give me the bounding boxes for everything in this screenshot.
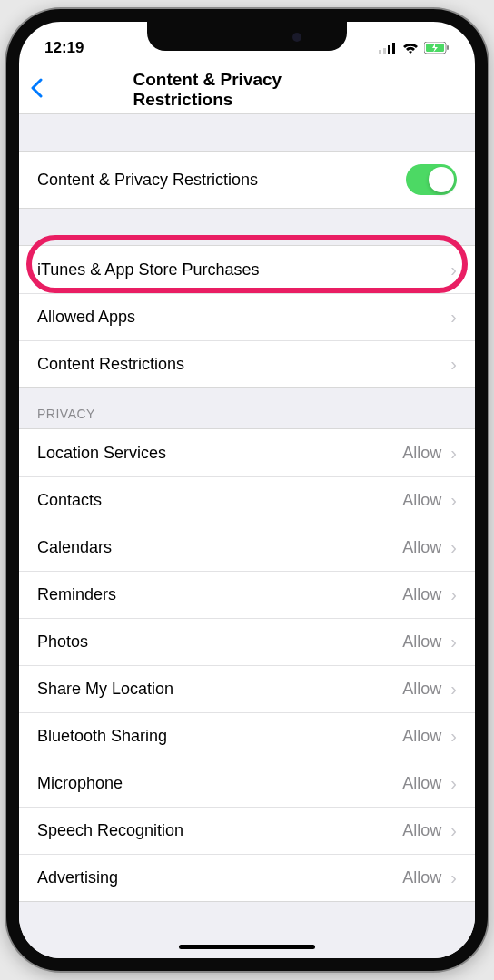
cell-value: Allow xyxy=(402,727,441,746)
cell-value: Allow xyxy=(402,444,441,463)
cell-accessory: › xyxy=(450,354,457,375)
cell-accessory: Allow › xyxy=(402,584,457,605)
svg-rect-0 xyxy=(379,50,381,54)
cell-label: Share My Location xyxy=(37,680,173,699)
advertising-row[interactable]: Advertising Allow › xyxy=(19,854,475,901)
nav-bar: Content & Privacy Restrictions xyxy=(19,65,475,114)
microphone-row[interactable]: Microphone Allow › xyxy=(19,760,475,807)
cell-accessory: Allow › xyxy=(402,443,457,464)
content-area[interactable]: Content & Privacy Restrictions iTunes & … xyxy=(19,114,475,958)
cell-accessory: Allow › xyxy=(402,867,457,888)
location-services-row[interactable]: Location Services Allow › xyxy=(19,429,475,476)
cell-label: Reminders xyxy=(37,585,116,604)
cell-label: Contacts xyxy=(37,491,102,510)
cell-accessory: Allow › xyxy=(402,490,457,511)
chevron-right-icon: › xyxy=(450,537,457,558)
calendars-row[interactable]: Calendars Allow › xyxy=(19,524,475,571)
cell-value: Allow xyxy=(402,821,441,840)
chevron-right-icon: › xyxy=(450,679,457,700)
notch xyxy=(147,22,347,51)
toggle-label: Content & Privacy Restrictions xyxy=(37,171,258,190)
content-restrictions-row[interactable]: Content Restrictions › xyxy=(19,340,475,387)
cell-accessory: Allow › xyxy=(402,820,457,841)
wifi-icon xyxy=(402,43,419,54)
status-icons xyxy=(379,42,450,54)
spacer xyxy=(19,209,475,245)
cell-value: Allow xyxy=(402,774,441,793)
cell-value: Allow xyxy=(402,680,441,699)
reminders-row[interactable]: Reminders Allow › xyxy=(19,571,475,618)
phone-frame: 12:19 Content & Privacy Restrictions Con… xyxy=(6,9,488,971)
svg-rect-2 xyxy=(388,45,390,54)
cell-accessory: › xyxy=(450,307,457,328)
chevron-right-icon: › xyxy=(450,354,457,375)
chevron-right-icon: › xyxy=(450,867,457,888)
chevron-right-icon: › xyxy=(450,773,457,794)
home-indicator[interactable] xyxy=(179,945,315,949)
battery-icon xyxy=(424,42,450,54)
chevron-right-icon: › xyxy=(450,584,457,605)
speech-recognition-row[interactable]: Speech Recognition Allow › xyxy=(19,807,475,854)
cell-label: Advertising xyxy=(37,868,118,887)
cell-accessory: Allow › xyxy=(402,679,457,700)
page-title: Content & Privacy Restrictions xyxy=(133,70,361,110)
cell-value: Allow xyxy=(402,538,441,557)
signal-icon xyxy=(379,43,397,54)
cell-label: Photos xyxy=(37,632,88,652)
cell-value: Allow xyxy=(402,868,441,887)
content-privacy-toggle[interactable] xyxy=(406,164,457,195)
cell-label: Calendars xyxy=(37,538,112,557)
section-toggle-group: Content & Privacy Restrictions xyxy=(19,151,475,209)
chevron-right-icon: › xyxy=(450,726,457,747)
cell-value: Allow xyxy=(402,585,441,604)
cell-label: iTunes & App Store Purchases xyxy=(37,260,259,279)
allowed-apps-row[interactable]: Allowed Apps › xyxy=(19,293,475,340)
section-restrictions-group: iTunes & App Store Purchases › Allowed A… xyxy=(19,245,475,388)
cell-value: Allow xyxy=(402,491,441,510)
content-privacy-toggle-row: Content & Privacy Restrictions xyxy=(19,152,475,208)
chevron-right-icon: › xyxy=(450,490,457,511)
svg-rect-3 xyxy=(392,43,395,54)
chevron-right-icon: › xyxy=(450,443,457,464)
cell-label: Microphone xyxy=(37,774,123,793)
cell-label: Bluetooth Sharing xyxy=(37,727,167,746)
svg-rect-1 xyxy=(383,48,386,54)
spacer xyxy=(19,114,475,151)
section-privacy-group: Location Services Allow › Contacts Allow… xyxy=(19,428,475,902)
cell-label: Allowed Apps xyxy=(37,308,135,327)
itunes-app-store-purchases-row[interactable]: iTunes & App Store Purchases › xyxy=(19,246,475,293)
bluetooth-sharing-row[interactable]: Bluetooth Sharing Allow › xyxy=(19,712,475,760)
cell-label: Speech Recognition xyxy=(37,821,183,840)
cell-accessory: Allow › xyxy=(402,632,457,652)
cell-accessory: › xyxy=(450,260,457,280)
cell-label: Location Services xyxy=(37,444,166,463)
chevron-right-icon: › xyxy=(450,307,457,328)
cell-accessory: Allow › xyxy=(402,773,457,794)
cell-label: Content Restrictions xyxy=(37,355,184,374)
back-button[interactable] xyxy=(30,75,57,104)
photos-row[interactable]: Photos Allow › xyxy=(19,618,475,665)
svg-rect-6 xyxy=(447,45,449,50)
cell-value: Allow xyxy=(402,632,441,652)
cell-accessory: Allow › xyxy=(402,537,457,558)
contacts-row[interactable]: Contacts Allow › xyxy=(19,476,475,524)
chevron-right-icon: › xyxy=(450,260,457,280)
share-my-location-row[interactable]: Share My Location Allow › xyxy=(19,665,475,712)
privacy-section-header: PRIVACY xyxy=(19,388,475,428)
chevron-right-icon: › xyxy=(450,820,457,841)
cell-accessory: Allow › xyxy=(402,726,457,747)
chevron-right-icon: › xyxy=(450,632,457,652)
status-time: 12:19 xyxy=(44,39,84,57)
